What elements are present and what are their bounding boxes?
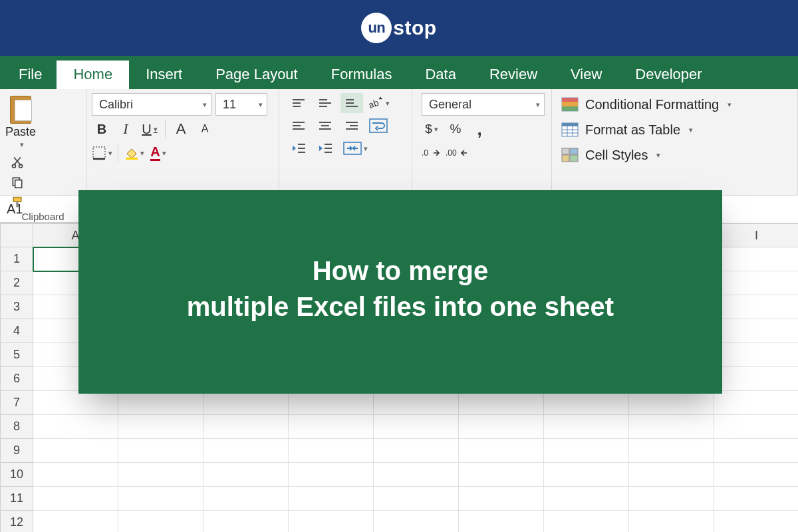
cell[interactable] [459,511,544,532]
row-header[interactable]: 3 [0,295,33,319]
ribbon-tab-insert[interactable]: Insert [129,61,199,89]
cell[interactable] [374,463,459,487]
cell[interactable] [33,391,118,415]
bold-button[interactable]: B [92,118,112,140]
merge-center-button[interactable]: ▾ [340,138,370,158]
align-top-button[interactable] [287,93,310,113]
format-as-table-button[interactable]: Format as Table ▾ [561,118,792,141]
cell[interactable] [374,487,459,511]
increase-indent-button[interactable] [314,138,336,158]
cell[interactable] [33,511,118,532]
cell[interactable] [459,439,544,463]
cell[interactable] [714,415,798,439]
shrink-font-button[interactable]: A [195,118,215,140]
cell[interactable] [118,439,203,463]
font-name-combo[interactable]: Calibri ▾ [92,93,211,116]
cell[interactable] [289,463,374,487]
italic-button[interactable]: I [116,118,136,140]
cell[interactable] [118,391,203,415]
cell[interactable] [289,487,374,511]
row-header[interactable]: 6 [0,367,33,391]
align-right-button[interactable] [340,116,363,136]
cell[interactable] [374,415,459,439]
cell[interactable] [33,463,118,487]
cell[interactable] [544,487,629,511]
row-header[interactable]: 5 [0,343,33,367]
cell[interactable] [118,487,203,511]
row-header[interactable]: 12 [0,511,33,532]
cell[interactable] [459,415,544,439]
paste-button[interactable]: Paste ▾ [5,93,36,149]
align-middle-button[interactable] [314,93,336,113]
ribbon-tab-file[interactable]: File [12,61,57,89]
ribbon-tab-page-layout[interactable]: Page Layout [199,61,315,89]
align-bottom-button[interactable] [340,93,363,113]
borders-button[interactable]: ▾ [92,142,112,164]
increase-decimal-button[interactable]: .0 [422,142,442,164]
grow-font-button[interactable]: A [171,118,191,140]
cell[interactable] [714,295,798,319]
font-size-combo[interactable]: 11 ▾ [215,93,267,116]
row-header[interactable]: 10 [0,463,33,487]
cell[interactable] [714,511,798,532]
decrease-decimal-button[interactable]: .00 [446,142,468,164]
decrease-indent-button[interactable] [287,138,310,158]
cell[interactable] [544,391,629,415]
cell-styles-button[interactable]: Cell Styles ▾ [561,144,792,166]
cell[interactable] [459,487,544,511]
cell[interactable] [289,415,374,439]
cell[interactable] [203,463,289,487]
cell[interactable] [203,391,289,415]
column-header[interactable]: I [714,223,798,247]
cell[interactable] [118,415,203,439]
cell[interactable] [714,391,798,415]
wrap-text-button[interactable] [367,116,390,136]
ribbon-tab-data[interactable]: Data [408,61,472,89]
cell[interactable] [714,271,798,295]
cell[interactable] [203,487,289,511]
cell[interactable] [714,367,798,391]
cell[interactable] [33,415,118,439]
row-header[interactable]: 11 [0,487,33,511]
row-header[interactable]: 7 [0,391,33,415]
ribbon-tab-formulas[interactable]: Formulas [315,61,409,89]
select-all-corner[interactable] [0,223,33,247]
cell[interactable] [629,439,714,463]
ribbon-tab-view[interactable]: View [554,61,618,89]
ribbon-tab-home[interactable]: Home [57,61,129,89]
cell[interactable] [544,439,629,463]
cell[interactable] [374,391,459,415]
cut-icon[interactable] [9,156,25,169]
cell[interactable] [203,439,289,463]
cell[interactable] [714,487,798,511]
cell[interactable] [714,343,798,367]
underline-button[interactable]: U ▾ [140,118,160,140]
cell[interactable] [544,511,629,532]
cell[interactable] [629,391,714,415]
cell[interactable] [629,415,714,439]
cell[interactable] [714,319,798,343]
accounting-format-button[interactable]: $▾ [422,118,442,140]
cell[interactable] [629,487,714,511]
row-header[interactable]: 4 [0,319,33,343]
conditional-formatting-button[interactable]: Conditional Formatting ▾ [561,93,792,116]
format-painter-icon[interactable] [9,196,25,209]
cell[interactable] [459,391,544,415]
ribbon-tab-review[interactable]: Review [473,61,554,89]
copy-icon[interactable] [9,176,25,189]
percent-format-button[interactable]: % [446,118,466,140]
cell[interactable] [459,463,544,487]
cell[interactable] [203,415,289,439]
cell[interactable] [544,463,629,487]
cell[interactable] [714,439,798,463]
cell[interactable] [33,487,118,511]
cell[interactable] [33,439,118,463]
cell[interactable] [629,511,714,532]
cell[interactable] [118,463,203,487]
fill-color-button[interactable]: ▾ [124,142,144,164]
cell[interactable] [714,247,798,271]
comma-format-button[interactable]: , [469,118,489,140]
cell[interactable] [374,511,459,532]
row-header[interactable]: 1 [0,247,33,271]
cell[interactable] [289,391,374,415]
